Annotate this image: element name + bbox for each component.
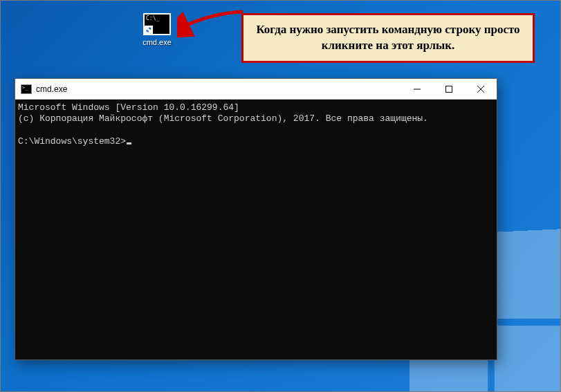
annotation-arrow-icon <box>177 6 246 41</box>
maximize-icon <box>445 86 452 93</box>
svg-rect-0 <box>446 86 452 92</box>
minimize-icon <box>414 86 421 93</box>
maximize-button[interactable] <box>433 79 465 99</box>
close-icon <box>477 86 484 93</box>
terminal-prompt: C:\Windows\system32> <box>18 136 126 147</box>
titlebar[interactable]: cmd.exe <box>15 79 497 100</box>
minimize-button[interactable] <box>401 79 433 99</box>
terminal-line: Microsoft Windows [Version 10.0.16299.64… <box>18 102 239 113</box>
terminal-cursor <box>127 142 131 144</box>
shortcut-arrow-icon <box>145 26 153 34</box>
annotation-callout-text: Когда нужно запустить командную строку п… <box>256 23 519 52</box>
window-title: cmd.exe <box>36 84 401 94</box>
terminal-output[interactable]: Microsoft Windows [Version 10.0.16299.64… <box>15 100 497 360</box>
window-controls <box>401 79 497 99</box>
cmd-icon <box>143 13 171 35</box>
annotation-callout: Когда нужно запустить командную строку п… <box>241 13 535 63</box>
desktop-shortcut-cmd[interactable]: cmd.exe <box>139 13 175 46</box>
terminal-line: (с) Корпорация Майкрософт (Microsoft Cor… <box>18 113 428 124</box>
cmd-titlebar-icon <box>21 84 32 94</box>
desktop-shortcut-label: cmd.exe <box>139 38 175 46</box>
cmd-window: cmd.exe Microsoft Windows [Version 10.0.… <box>15 78 497 360</box>
close-button[interactable] <box>465 79 497 99</box>
